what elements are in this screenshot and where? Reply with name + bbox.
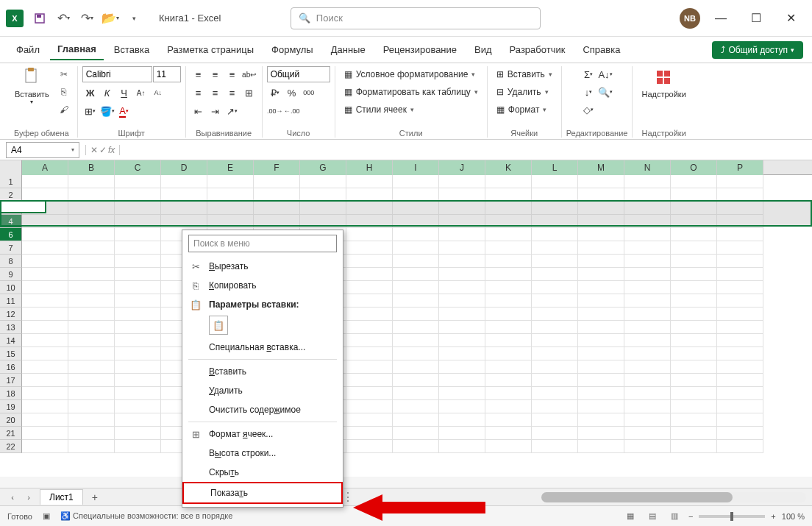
row-header-20[interactable]: 20 — [0, 413, 22, 427]
tab-file[interactable]: Файл — [9, 40, 47, 60]
row-header-9[interactable]: 9 — [0, 268, 22, 281]
ctx-delete[interactable]: Удалить — [182, 381, 343, 400]
cut-icon[interactable]: ✂ — [55, 66, 73, 82]
row-header-11[interactable]: 11 — [0, 294, 22, 308]
tab-home[interactable]: Главная — [50, 39, 104, 60]
col-header-D[interactable]: D — [161, 160, 207, 175]
accessibility-status[interactable]: ♿ Специальные возможности: все в порядке — [60, 511, 232, 521]
sort-filter-icon[interactable]: A↓▾ — [597, 66, 613, 82]
tab-insert[interactable]: Вставка — [107, 40, 157, 60]
find-icon[interactable]: 🔍▾ — [597, 84, 613, 100]
cancel-formula-icon[interactable]: ✕ — [90, 145, 98, 155]
horizontal-scrollbar[interactable] — [541, 492, 806, 502]
insert-cell-button[interactable]: ⊞Вставить▾ — [492, 66, 557, 82]
tab-review[interactable]: Рецензирование — [376, 40, 464, 60]
context-search-input[interactable]: Поиск в меню — [188, 235, 337, 252]
cell-styles-button[interactable]: ▦Стили ячеек▾ — [340, 102, 419, 118]
increase-indent-icon[interactable]: ⇥ — [207, 103, 224, 119]
font-color-button[interactable]: А▾ — [116, 103, 132, 119]
border-button[interactable]: ⊞▾ — [82, 103, 99, 119]
ctx-clear[interactable]: Очистить содержимое — [182, 400, 343, 419]
number-format-select[interactable] — [267, 66, 330, 82]
decrease-indent-icon[interactable]: ⇤ — [190, 103, 207, 119]
normal-view-icon[interactable]: ▦ — [622, 510, 638, 523]
row-header-22[interactable]: 22 — [0, 440, 22, 453]
conditional-format-button[interactable]: ▦Условное форматирование▾ — [340, 66, 480, 82]
zoom-out-button[interactable]: − — [688, 512, 693, 521]
wrap-text-icon[interactable]: ab↩ — [241, 66, 257, 82]
page-layout-view-icon[interactable]: ▤ — [644, 510, 660, 523]
comma-icon[interactable]: 000 — [301, 85, 317, 101]
align-bottom-icon[interactable]: ≡ — [224, 66, 241, 82]
col-header-L[interactable]: L — [532, 160, 578, 175]
redo-icon[interactable]: ↷▾ — [76, 8, 97, 29]
ctx-paste-special[interactable]: Специальная вставка... — [182, 338, 343, 357]
col-header-G[interactable]: G — [300, 160, 346, 175]
ctx-hide[interactable]: Скрыть — [182, 463, 343, 482]
zoom-level[interactable]: 100 % — [782, 512, 805, 521]
font-increase-icon[interactable]: A↑ — [133, 85, 149, 101]
share-button[interactable]: ⤴ Общий доступ ▾ — [712, 41, 803, 59]
undo-icon[interactable]: ↶▾ — [53, 8, 74, 29]
qa-customize-icon[interactable]: ▾ — [124, 8, 144, 29]
sheet-next-button[interactable]: › — [22, 491, 35, 504]
autosum-icon[interactable]: Σ▾ — [580, 66, 596, 82]
font-decrease-icon[interactable]: A↓ — [150, 85, 166, 101]
ctx-insert[interactable]: Вставить — [182, 362, 343, 381]
row-header-10[interactable]: 10 — [0, 281, 22, 294]
col-header-F[interactable]: F — [254, 160, 300, 175]
row-header-18[interactable]: 18 — [0, 387, 22, 400]
bold-button[interactable]: Ж — [82, 85, 99, 101]
formula-input[interactable] — [120, 142, 812, 158]
row-header-14[interactable]: 14 — [0, 334, 22, 347]
ctx-format-cells[interactable]: ⊞Формат ячеек... — [182, 424, 343, 444]
add-sheet-button[interactable]: + — [88, 490, 102, 505]
save-icon[interactable] — [29, 8, 50, 29]
col-header-B[interactable]: B — [68, 160, 115, 175]
zoom-in-button[interactable]: + — [771, 512, 775, 521]
col-header-N[interactable]: N — [624, 160, 671, 175]
tab-help[interactable]: Справка — [575, 40, 627, 60]
merge-icon[interactable]: ⊞ — [241, 85, 257, 101]
col-header-O[interactable]: O — [671, 160, 717, 175]
zoom-slider[interactable] — [699, 515, 765, 518]
col-header-K[interactable]: K — [485, 160, 532, 175]
align-top-icon[interactable]: ≡ — [190, 66, 207, 82]
format-painter-icon[interactable]: 🖌 — [55, 102, 73, 118]
copy-icon[interactable]: ⎘ — [55, 84, 73, 100]
format-as-table-button[interactable]: ▦Форматировать как таблицу▾ — [340, 84, 482, 100]
ctx-cut[interactable]: ✂Вырезать — [182, 257, 343, 276]
row-header-21[interactable]: 21 — [0, 427, 22, 440]
tab-page-layout[interactable]: Разметка страницы — [160, 40, 261, 60]
currency-icon[interactable]: ₽▾ — [267, 85, 283, 101]
paste-default-icon[interactable]: 📋 — [209, 316, 228, 335]
minimize-button[interactable]: — — [706, 7, 736, 29]
tab-view[interactable]: Вид — [467, 40, 499, 60]
col-header-E[interactable]: E — [207, 160, 254, 175]
fill-icon[interactable]: ↓▾ — [580, 84, 596, 100]
ctx-show[interactable]: Показать — [182, 482, 343, 504]
ctx-copy[interactable]: ⎘Копировать — [182, 276, 343, 295]
row-header-1[interactable]: 1 — [0, 175, 22, 188]
col-header-A[interactable]: A — [22, 160, 68, 175]
row-header-6[interactable]: 6 — [0, 228, 22, 241]
tab-formulas[interactable]: Формулы — [264, 40, 321, 60]
open-icon[interactable]: 📂▾ — [100, 8, 121, 29]
enter-formula-icon[interactable]: ✓ — [99, 145, 107, 155]
fx-icon[interactable]: fx — [108, 145, 115, 155]
tab-data[interactable]: Данные — [324, 40, 373, 60]
font-size-select[interactable] — [153, 66, 181, 82]
sheet-tab-1[interactable]: Лист1 — [40, 489, 83, 505]
row-header-7[interactable]: 7 — [0, 241, 22, 255]
col-header-C[interactable]: C — [115, 160, 161, 175]
delete-cell-button[interactable]: ⊟Удалить▾ — [492, 84, 553, 100]
maximize-button[interactable]: ☐ — [741, 7, 771, 29]
fill-color-button[interactable]: 🪣▾ — [99, 103, 115, 119]
name-box[interactable]: A4▾ — [6, 142, 79, 158]
macro-record-icon[interactable]: ▣ — [43, 511, 50, 521]
row-header-8[interactable]: 8 — [0, 255, 22, 268]
orientation-icon[interactable]: ↗▾ — [224, 103, 241, 119]
align-center-icon[interactable]: ≡ — [207, 85, 224, 101]
row-header-15[interactable]: 15 — [0, 347, 22, 360]
align-right-icon[interactable]: ≡ — [224, 85, 241, 101]
